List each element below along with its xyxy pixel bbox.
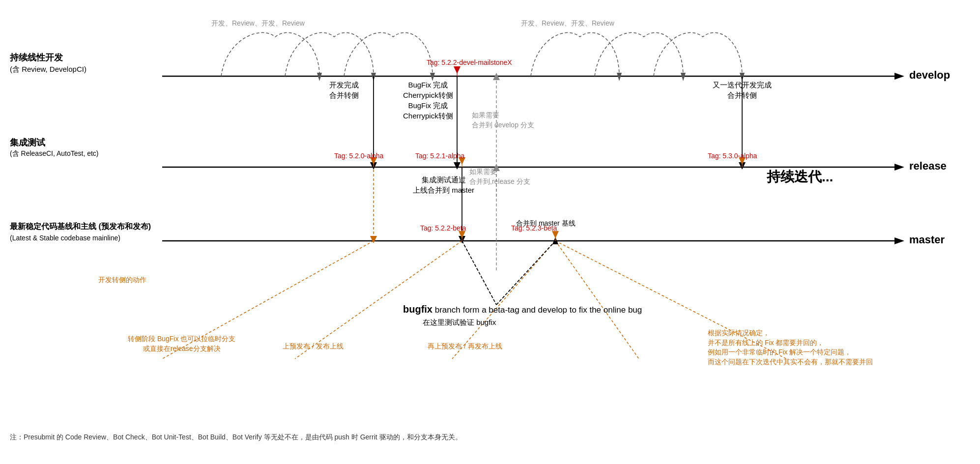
- svg-marker-9: [617, 73, 622, 81]
- event2-block: BugFix 完成 Cherrypick转侧 BugFix 完成 Cherryp…: [403, 80, 453, 121]
- integration-test-sub: (含 ReleaseCI, AutoTest, etc): [10, 149, 99, 159]
- dev-review-label-1: 开发、Review、开发、Review: [211, 19, 305, 29]
- svg-marker-1: [894, 73, 904, 80]
- stable-baseline-sub: (Latest & Stable codebase mainline): [10, 233, 120, 243]
- svg-marker-15: [454, 162, 461, 170]
- tag-alpha-530: Tag: 5.3.0-alpha: [708, 151, 757, 161]
- svg-line-23: [295, 241, 462, 359]
- footer-note: 注：Presubmit 的 Code Review、Bot Check、Bot …: [10, 433, 462, 442]
- svg-line-28: [496, 241, 555, 305]
- svg-marker-6: [317, 73, 322, 81]
- continuous-dev-label: 持续线性开发: [10, 52, 63, 64]
- svg-marker-3: [894, 164, 904, 171]
- continuous-dev-sub: (含 Review, DevelopCI): [10, 64, 86, 74]
- develop-branch-label: develop: [909, 68, 950, 83]
- event1-title: 开发完成 合并转侧: [329, 80, 359, 100]
- tag-beta-523: Tag: 5.2.3-beta: [511, 224, 557, 233]
- svg-line-27: [462, 241, 496, 305]
- master-branch-label: master: [909, 232, 945, 248]
- if-needed-develop: 如果需要 合并到 develop 分支: [472, 111, 534, 130]
- diagram-container: develop release master 持续线性开发 (含 Review,…: [0, 0, 980, 464]
- stable-baseline-label: 最新稳定代码基线和主线 (预发布和发布): [10, 221, 151, 232]
- tag-devel-mailstone: Tag: 5.2.2-devel-mailstoneX: [427, 58, 512, 68]
- note-right: 根据实际情况确定， 并不是所有线上的 Fix 都需要并回的， 例如用一个非常临时…: [708, 328, 873, 367]
- integration-test-label: 集成测试: [10, 137, 45, 149]
- svg-marker-21: [370, 236, 377, 243]
- bugfix-branch-label: 转侧阶段 BugFix 也可以拉临时分支 或直接在release分支解决: [128, 334, 235, 353]
- integration-pass-block: 集成测试通过 上线合并到 master: [413, 174, 474, 195]
- tag-alpha-520: Tag: 5.2.0-alpha: [334, 151, 383, 161]
- dev-side-action: 开发转侧的动作: [98, 275, 146, 285]
- svg-line-25: [555, 241, 639, 359]
- pre-release-label: 上预发布 / 发布上线: [283, 342, 344, 351]
- svg-marker-5: [894, 237, 904, 244]
- svg-line-24: [452, 241, 555, 359]
- re-release-label: 再上预发布 / 再发布上线: [428, 342, 502, 351]
- continuous-iter-label: 持续迭代...: [767, 167, 833, 186]
- svg-marker-10: [681, 73, 686, 81]
- release-branch-label: release: [909, 159, 947, 174]
- dev-review-label-2: 开发、Review、开发、Review: [521, 19, 614, 29]
- tag-beta-522: Tag: 5.2.2-beta: [420, 224, 466, 233]
- bugfix-desc2: 在这里测试验证 bugfix: [423, 317, 496, 327]
- event3-block: 又一迭代开发完成 合并转侧: [713, 80, 772, 100]
- bugfix-title: bugfix branch form a beta-tag and develo…: [403, 302, 642, 316]
- if-needed-release: 如果需要 合并到,release 分支: [469, 167, 530, 186]
- tag-alpha-521: Tag: 5.2.1-alpha: [415, 151, 464, 161]
